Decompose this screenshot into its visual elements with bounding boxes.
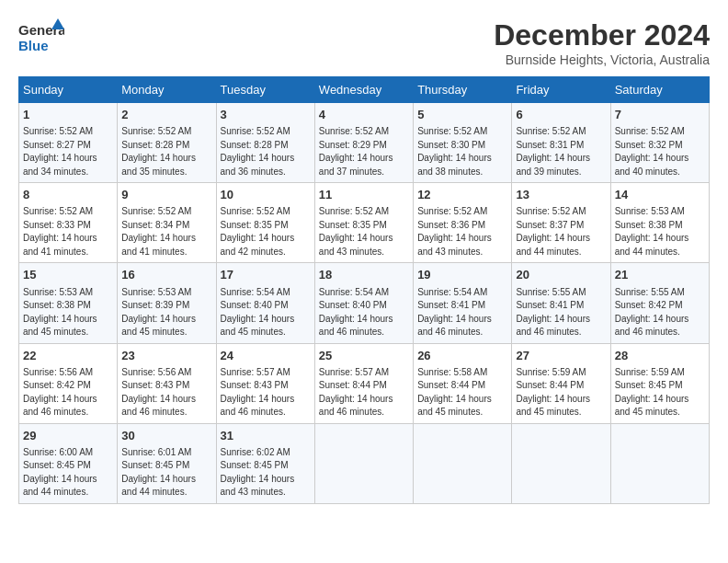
calendar-cell: 9Sunrise: 5:52 AMSunset: 8:34 PMDaylight…	[118, 183, 216, 263]
page-header: GeneralBlue December 2024 Burnside Heigh…	[18, 18, 710, 67]
calendar-cell: 27Sunrise: 5:59 AMSunset: 8:44 PMDayligh…	[512, 343, 610, 423]
day-info: Sunrise: 5:59 AMSunset: 8:45 PMDaylight:…	[615, 366, 705, 419]
day-info: Sunrise: 5:52 AMSunset: 8:32 PMDaylight:…	[615, 125, 705, 178]
header-friday: Friday	[512, 77, 610, 103]
calendar-cell	[610, 423, 709, 503]
day-info: Sunrise: 5:56 AMSunset: 8:43 PMDaylight:…	[121, 366, 211, 419]
day-info: Sunrise: 5:59 AMSunset: 8:44 PMDaylight:…	[516, 366, 606, 419]
calendar-cell: 30Sunrise: 6:01 AMSunset: 8:45 PMDayligh…	[118, 423, 216, 503]
day-number: 10	[221, 187, 311, 203]
day-info: Sunrise: 5:52 AMSunset: 8:36 PMDaylight:…	[417, 205, 507, 259]
day-number: 20	[516, 267, 606, 283]
svg-text:Blue: Blue	[18, 38, 49, 53]
calendar-cell: 1Sunrise: 5:52 AMSunset: 8:27 PMDaylight…	[19, 103, 118, 183]
day-number: 19	[417, 267, 507, 283]
calendar-cell: 25Sunrise: 5:57 AMSunset: 8:44 PMDayligh…	[314, 343, 413, 423]
day-info: Sunrise: 5:54 AMSunset: 8:40 PMDaylight:…	[221, 286, 311, 339]
day-number: 31	[221, 428, 311, 444]
day-number: 2	[121, 107, 211, 123]
header-wednesday: Wednesday	[314, 77, 413, 103]
day-info: Sunrise: 5:58 AMSunset: 8:44 PMDaylight:…	[417, 366, 507, 419]
calendar-cell: 21Sunrise: 5:55 AMSunset: 8:42 PMDayligh…	[610, 263, 709, 343]
day-info: Sunrise: 6:00 AMSunset: 8:45 PMDaylight:…	[23, 446, 113, 500]
day-number: 24	[221, 348, 311, 364]
header-saturday: Saturday	[610, 77, 709, 103]
day-number: 16	[121, 267, 211, 283]
day-number: 5	[417, 107, 507, 123]
calendar-week-2: 8Sunrise: 5:52 AMSunset: 8:33 PMDaylight…	[19, 183, 710, 263]
day-number: 28	[615, 348, 705, 364]
calendar-cell: 15Sunrise: 5:53 AMSunset: 8:38 PMDayligh…	[19, 263, 118, 343]
header-row: SundayMondayTuesdayWednesdayThursdayFrid…	[19, 77, 710, 103]
calendar-cell	[512, 423, 610, 503]
header-tuesday: Tuesday	[216, 77, 314, 103]
calendar-cell: 23Sunrise: 5:56 AMSunset: 8:43 PMDayligh…	[118, 343, 216, 423]
calendar-cell: 17Sunrise: 5:54 AMSunset: 8:40 PMDayligh…	[216, 263, 314, 343]
calendar-cell: 4Sunrise: 5:52 AMSunset: 8:29 PMDaylight…	[314, 103, 413, 183]
day-info: Sunrise: 5:52 AMSunset: 8:27 PMDaylight:…	[23, 125, 113, 178]
day-number: 6	[516, 107, 606, 123]
day-number: 23	[121, 348, 211, 364]
logo: GeneralBlue	[18, 18, 64, 55]
title-block: December 2024 Burnside Heights, Victoria…	[494, 18, 710, 67]
day-number: 13	[516, 187, 606, 203]
day-number: 26	[417, 348, 507, 364]
calendar-cell: 10Sunrise: 5:52 AMSunset: 8:35 PMDayligh…	[216, 183, 314, 263]
header-thursday: Thursday	[414, 77, 512, 103]
day-number: 1	[23, 107, 113, 123]
logo-svg: GeneralBlue	[18, 18, 64, 55]
calendar-cell: 24Sunrise: 5:57 AMSunset: 8:43 PMDayligh…	[216, 343, 314, 423]
day-number: 27	[516, 348, 606, 364]
calendar-cell: 26Sunrise: 5:58 AMSunset: 8:44 PMDayligh…	[414, 343, 512, 423]
day-number: 14	[615, 187, 705, 203]
day-info: Sunrise: 5:52 AMSunset: 8:28 PMDaylight:…	[221, 125, 311, 178]
day-info: Sunrise: 5:52 AMSunset: 8:34 PMDaylight:…	[121, 205, 211, 259]
calendar-cell: 11Sunrise: 5:52 AMSunset: 8:35 PMDayligh…	[314, 183, 413, 263]
calendar-cell: 16Sunrise: 5:53 AMSunset: 8:39 PMDayligh…	[118, 263, 216, 343]
day-number: 9	[121, 187, 211, 203]
day-info: Sunrise: 5:54 AMSunset: 8:41 PMDaylight:…	[417, 286, 507, 339]
day-info: Sunrise: 5:57 AMSunset: 8:44 PMDaylight:…	[319, 366, 409, 419]
day-number: 11	[319, 187, 409, 203]
day-info: Sunrise: 5:52 AMSunset: 8:30 PMDaylight:…	[417, 125, 507, 178]
header-sunday: Sunday	[19, 77, 118, 103]
day-number: 30	[121, 428, 211, 444]
calendar-cell: 3Sunrise: 5:52 AMSunset: 8:28 PMDaylight…	[216, 103, 314, 183]
day-info: Sunrise: 5:52 AMSunset: 8:28 PMDaylight:…	[121, 125, 211, 178]
day-number: 29	[23, 428, 113, 444]
calendar-cell: 29Sunrise: 6:00 AMSunset: 8:45 PMDayligh…	[19, 423, 118, 503]
day-info: Sunrise: 5:53 AMSunset: 8:38 PMDaylight:…	[615, 205, 705, 259]
day-info: Sunrise: 5:56 AMSunset: 8:42 PMDaylight:…	[23, 366, 113, 419]
day-number: 3	[221, 107, 311, 123]
day-info: Sunrise: 5:57 AMSunset: 8:43 PMDaylight:…	[221, 366, 311, 419]
day-number: 4	[319, 107, 409, 123]
location: Burnside Heights, Victoria, Australia	[494, 52, 710, 67]
calendar-cell: 5Sunrise: 5:52 AMSunset: 8:30 PMDaylight…	[414, 103, 512, 183]
day-number: 25	[319, 348, 409, 364]
calendar-week-5: 29Sunrise: 6:00 AMSunset: 8:45 PMDayligh…	[19, 423, 710, 503]
day-info: Sunrise: 5:53 AMSunset: 8:38 PMDaylight:…	[23, 286, 113, 339]
day-info: Sunrise: 5:55 AMSunset: 8:42 PMDaylight:…	[615, 286, 705, 339]
day-info: Sunrise: 6:02 AMSunset: 8:45 PMDaylight:…	[221, 446, 311, 500]
calendar-cell: 13Sunrise: 5:52 AMSunset: 8:37 PMDayligh…	[512, 183, 610, 263]
calendar-cell: 22Sunrise: 5:56 AMSunset: 8:42 PMDayligh…	[19, 343, 118, 423]
calendar-cell: 6Sunrise: 5:52 AMSunset: 8:31 PMDaylight…	[512, 103, 610, 183]
day-info: Sunrise: 6:01 AMSunset: 8:45 PMDaylight:…	[121, 446, 211, 500]
calendar-week-4: 22Sunrise: 5:56 AMSunset: 8:42 PMDayligh…	[19, 343, 710, 423]
day-number: 12	[417, 187, 507, 203]
day-info: Sunrise: 5:54 AMSunset: 8:40 PMDaylight:…	[319, 286, 409, 339]
calendar-cell: 12Sunrise: 5:52 AMSunset: 8:36 PMDayligh…	[414, 183, 512, 263]
calendar-cell	[414, 423, 512, 503]
day-number: 8	[23, 187, 113, 203]
day-number: 21	[615, 267, 705, 283]
day-info: Sunrise: 5:52 AMSunset: 8:33 PMDaylight:…	[23, 205, 113, 259]
calendar-cell: 28Sunrise: 5:59 AMSunset: 8:45 PMDayligh…	[610, 343, 709, 423]
calendar-cell: 7Sunrise: 5:52 AMSunset: 8:32 PMDaylight…	[610, 103, 709, 183]
day-info: Sunrise: 5:52 AMSunset: 8:35 PMDaylight:…	[221, 205, 311, 259]
day-number: 18	[319, 267, 409, 283]
calendar-cell	[314, 423, 413, 503]
day-number: 7	[615, 107, 705, 123]
day-info: Sunrise: 5:52 AMSunset: 8:31 PMDaylight:…	[516, 125, 606, 178]
day-info: Sunrise: 5:53 AMSunset: 8:39 PMDaylight:…	[121, 286, 211, 339]
calendar-week-1: 1Sunrise: 5:52 AMSunset: 8:27 PMDaylight…	[19, 103, 710, 183]
